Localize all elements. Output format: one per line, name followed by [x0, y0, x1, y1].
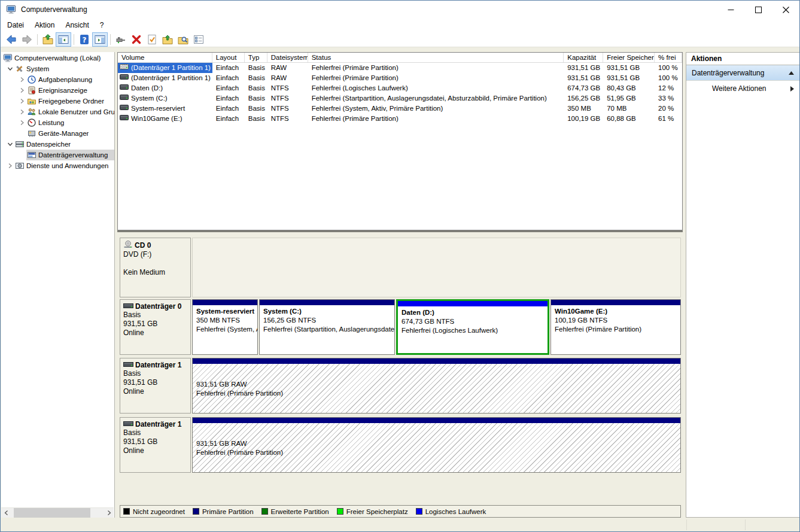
- disk-label-datentraeger-1[interactable]: Datenträger 1Basis931,51 GBOnline: [120, 417, 191, 473]
- chevron-right-icon[interactable]: [18, 118, 26, 127]
- volume-row-system-reserviert-4[interactable]: System-reserviertEinfachBasisNTFSFehlerf…: [118, 104, 682, 114]
- partition-status: Fehlerfrei (System, Aktiv, Primäre Parti…: [196, 325, 254, 334]
- disk-label-cd-0[interactable]: CD 0DVD (F:) Kein Medium: [120, 238, 191, 297]
- disk-drive-icon: [123, 420, 133, 428]
- tree-item-dienste-und-anwendungen[interactable]: Dienste und Anwendungen: [1, 160, 114, 171]
- actions-item-more-actions[interactable]: Weitere Aktionen: [686, 81, 799, 96]
- column-header-status[interactable]: Status: [308, 53, 564, 62]
- chevron-right-icon[interactable]: [18, 75, 26, 84]
- workspace: Computerverwaltung (Lokal)SystemAufgaben…: [1, 47, 799, 531]
- volume-row-system-c-3[interactable]: System (C:)EinfachBasisNTFSFehlerfrei (S…: [118, 93, 682, 104]
- tree-item-datentraegerverwaltung[interactable]: Datenträgerverwaltung: [1, 150, 114, 160]
- tree-item-computerverwaltung-lokal[interactable]: Computerverwaltung (Lokal): [1, 53, 114, 63]
- actions-panel: Aktionen Datenträgerverwaltung Weitere A…: [686, 52, 800, 518]
- forward-icon[interactable]: [19, 32, 35, 47]
- storage-icon: [14, 139, 25, 149]
- chevron-right-icon[interactable]: [18, 96, 26, 106]
- column-header-freier-speicher[interactable]: Freier Speicher: [603, 53, 655, 62]
- show-action-pane-icon[interactable]: [92, 32, 108, 47]
- minimize-button[interactable]: [717, 1, 744, 19]
- partition-win10game-e[interactable]: Win10Game (E:)100,19 GB NTFSFehlerfrei (…: [550, 299, 681, 355]
- event-viewer-icon: [26, 86, 36, 95]
- tree-item-content: Geräte-Manager: [26, 128, 114, 139]
- cd-row: CD 0DVD (F:) Kein Medium: [117, 238, 683, 297]
- partition-system-reserviert[interactable]: System-reserviert350 MB NTFSFehlerfrei (…: [192, 299, 258, 355]
- rescan-disks-icon[interactable]: [113, 32, 129, 47]
- tree-item-datenspeicher[interactable]: Datenspeicher: [1, 139, 114, 150]
- chevron-right-icon[interactable]: [6, 161, 14, 171]
- volume-row-win10game-e-5[interactable]: Win10Game (E:)EinfachBasisNTFSFehlerfrei…: [118, 114, 682, 124]
- toolbar: ?: [1, 32, 799, 47]
- column-header-volume[interactable]: Volume: [118, 53, 212, 62]
- cd-media-region[interactable]: [192, 238, 681, 297]
- disk-name-text: CD 0: [135, 241, 151, 250]
- scrollbar-track[interactable]: [11, 508, 104, 518]
- scrollbar-thumb[interactable]: [14, 508, 90, 518]
- actions-group-disk-management[interactable]: Datenträgerverwaltung: [686, 65, 799, 81]
- disk-label-datentraeger-1[interactable]: Datenträger 1Basis931,51 GBOnline: [120, 358, 191, 414]
- disk-type: Basis: [123, 369, 187, 378]
- partition-help[interactable]: 931,51 GB RAWFehlerfrei (Primäre Partiti…: [192, 417, 681, 473]
- check-volume-icon[interactable]: [144, 32, 160, 47]
- disk-graphical-view: CD 0DVD (F:) Kein MediumDatenträger 0Bas…: [117, 235, 683, 518]
- disk-size: 931,51 GB: [123, 378, 187, 387]
- volume-icon: [120, 114, 129, 124]
- help-icon[interactable]: ?: [77, 32, 92, 47]
- partition-body: 931,51 GB RAWFehlerfrei (Primäre Partiti…: [193, 364, 680, 413]
- chevron-down-icon[interactable]: [6, 139, 14, 149]
- chevron-down-icon[interactable]: [6, 64, 14, 74]
- column-header-dateisystem[interactable]: Dateisystem: [267, 53, 308, 62]
- chevron-right-icon[interactable]: [18, 107, 26, 117]
- tree-item-leistung[interactable]: Leistung: [1, 117, 114, 128]
- column-header-kapazitaet[interactable]: Kapazität: [564, 53, 603, 62]
- performance-icon: [26, 118, 36, 127]
- column-header-typ[interactable]: Typ: [245, 53, 267, 62]
- back-icon[interactable]: [4, 32, 19, 47]
- cell-status: Fehlerfrei (Primäre Partition): [308, 63, 564, 73]
- show-console-tree-icon[interactable]: [56, 32, 71, 47]
- cell-kapazitaet: 350 MB: [564, 104, 603, 114]
- disk-label-datentraeger-0[interactable]: Datenträger 0Basis931,51 GBOnline: [120, 299, 191, 355]
- volume-row-daten-d-2[interactable]: Daten (D:)EinfachBasisNTFSFehlerfrei (Lo…: [118, 83, 682, 93]
- volume-row-datentraeger-1-partition-1-0[interactable]: (Datenträger 1 Partition 1)EinfachBasisR…: [118, 63, 682, 73]
- menu-item-ansicht[interactable]: Ansicht: [60, 19, 94, 32]
- maximize-button[interactable]: [744, 1, 772, 19]
- tree-item-system[interactable]: System: [1, 63, 114, 74]
- partition-body: Win10Game (E:)100,19 GB NTFSFehlerfrei (…: [551, 305, 680, 354]
- column-header-frei[interactable]: % frei: [655, 53, 682, 62]
- tree-item-lokale-benutzer-und-gru[interactable]: Lokale Benutzer und Gru: [1, 107, 114, 117]
- details-icon[interactable]: [191, 32, 206, 47]
- disk-size: 931,51 GB: [123, 320, 187, 329]
- horizontal-splitter[interactable]: [117, 230, 683, 235]
- legend-item-primaere-partition: Primäre Partition: [193, 508, 254, 515]
- cell-freier-speicher: 51,95 GB: [603, 93, 655, 104]
- tree-item-label: Aufgabenplanung: [38, 76, 92, 83]
- tree-item-aufgabenplanung[interactable]: Aufgabenplanung: [1, 74, 114, 85]
- scroll-left-arrow-icon[interactable]: [1, 508, 11, 518]
- menu-item-datei[interactable]: Datei: [2, 19, 29, 32]
- partition-daten-d[interactable]: Daten (D:)674,73 GB NTFSFehlerfrei (Logi…: [396, 299, 549, 355]
- delete-volume-icon[interactable]: [129, 32, 144, 47]
- tree-item-geraete-manager[interactable]: Geräte-Manager: [1, 128, 114, 139]
- collapse-arrow-icon: [789, 71, 794, 75]
- tree-horizontal-scrollbar[interactable]: [1, 507, 114, 518]
- cell-volume: (Datenträger 1 Partition 1): [118, 73, 212, 83]
- up-one-level-icon[interactable]: [40, 32, 56, 47]
- menu-item-help[interactable]: ?: [95, 19, 109, 32]
- scroll-right-arrow-icon[interactable]: [104, 508, 114, 518]
- close-button[interactable]: [772, 1, 799, 19]
- open-icon[interactable]: [160, 32, 175, 47]
- tree-item-label: Computerverwaltung (Lokal): [14, 54, 101, 62]
- tree-item-freigegebene-ordner[interactable]: Freigegebene Ordner: [1, 96, 114, 107]
- column-header-layout[interactable]: Layout: [212, 53, 245, 62]
- partition-type-bar: [193, 418, 680, 423]
- partition-status: Fehlerfrei (Logisches Laufwerk): [401, 326, 544, 335]
- menu-item-aktion[interactable]: Aktion: [29, 19, 60, 32]
- disk-row-datentraeger-0-1: Datenträger 0Basis931,51 GBOnlineSystem-…: [117, 299, 683, 355]
- chevron-right-icon[interactable]: [18, 86, 26, 95]
- partition-help[interactable]: 931,51 GB RAWFehlerfrei (Primäre Partiti…: [192, 358, 681, 414]
- explore-icon[interactable]: [175, 32, 191, 47]
- tree-item-ereignisanzeige[interactable]: Ereignisanzeige: [1, 85, 114, 96]
- partition-system-c[interactable]: System (C:)156,25 GB NTFSFehlerfrei (Sta…: [259, 299, 395, 355]
- volume-row-datentraeger-1-partition-1-1[interactable]: (Datenträger 1 Partition 1)EinfachBasisR…: [118, 73, 682, 83]
